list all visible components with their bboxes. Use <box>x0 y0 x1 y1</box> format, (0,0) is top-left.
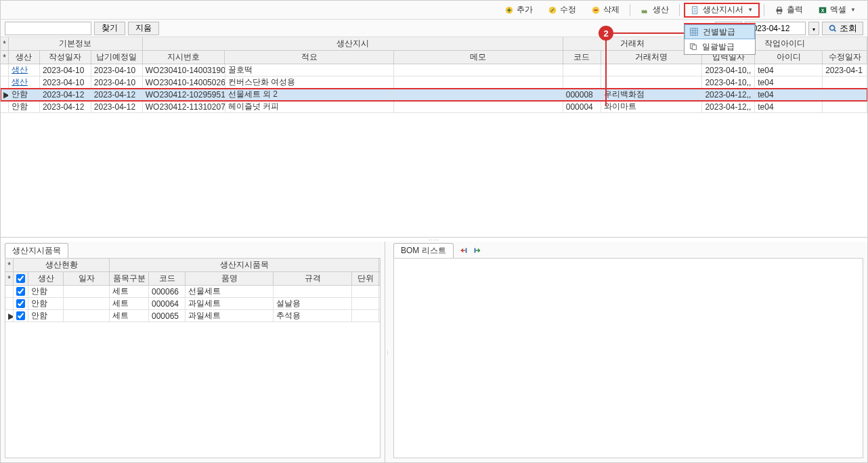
svg-rect-9 <box>691 28 698 36</box>
cell-userid: te04 <box>755 89 823 100</box>
add-button[interactable]: 추가 <box>498 3 539 18</box>
col-userid[interactable]: 아이디 <box>755 51 823 64</box>
toolbar: 추가 수정 삭제 생산 생산지시서 ▼ 출력 X 엑셀 ▼ <box>1 1 867 20</box>
col-code[interactable]: 코드 <box>563 51 601 64</box>
table-row[interactable]: 안함세트000066선물세트 <box>5 286 380 298</box>
table-row[interactable]: 생산2023-04-102023-04-10WO230410-14005026컨… <box>1 76 867 89</box>
collapse-icon[interactable] <box>459 246 469 255</box>
col-spec[interactable]: 규격 <box>274 272 352 285</box>
table-row[interactable]: ▶안함2023-04-122023-04-12WO230412-10295951… <box>1 89 867 101</box>
cell-vendor <box>601 64 703 76</box>
row-checkbox[interactable] <box>16 311 25 320</box>
row-checkbox[interactable] <box>16 299 25 308</box>
items-grid: * 생산현황 생산지시품목 * 생산 일자 품목구분 코드 품명 규격 단위 안… <box>5 258 381 458</box>
add-label: 추가 <box>517 4 533 16</box>
row-handle-header: * <box>5 259 14 271</box>
cell-check[interactable] <box>14 310 28 322</box>
svg-text:X: X <box>821 7 825 12</box>
col-memo[interactable]: 메모 <box>394 51 563 64</box>
table-row[interactable]: ▶안함세트000065과일세트추석용 <box>5 310 380 322</box>
col-prod[interactable]: 생산 <box>9 51 40 64</box>
cell-moddate: 2023-04-1 <box>823 64 867 76</box>
excel-button[interactable]: X 엑셀 ▼ <box>812 3 862 18</box>
cell-check[interactable] <box>14 286 28 297</box>
cell-name: 선물세트 <box>186 286 274 297</box>
row-handle-header: * <box>1 51 9 64</box>
cell-date2: 2023-04-10 <box>91 76 143 88</box>
right-panel: BOM 리스트 <box>389 242 867 462</box>
col-type[interactable]: 품목구분 <box>110 272 149 285</box>
edit-button[interactable]: 수정 <box>542 3 582 18</box>
printer-icon <box>775 5 784 15</box>
col-prod[interactable]: 생산 <box>28 272 64 285</box>
col-check[interactable] <box>14 272 28 285</box>
svg-point-12 <box>830 25 835 30</box>
cell-regdate: 2023-04-12,, <box>702 101 755 112</box>
group-vendor: 거래처 <box>563 37 703 50</box>
annotation-line <box>613 32 684 34</box>
table-row[interactable]: 생산2023-04-102023-04-10WO230410-14003190꿀… <box>1 64 867 76</box>
tab-order-items[interactable]: 생산지시품목 <box>5 243 68 258</box>
delete-label: 삭제 <box>603 4 620 16</box>
prod-order-label: 생산지시서 <box>703 4 743 16</box>
cell-code: 000004 <box>563 101 601 112</box>
clear-button[interactable]: 지움 <box>128 22 159 35</box>
cell-check[interactable] <box>14 298 28 309</box>
col-code[interactable]: 코드 <box>149 272 186 285</box>
svg-rect-13 <box>465 248 466 253</box>
cell-regdate: 2023-04-10,, <box>702 64 755 76</box>
produce-button[interactable]: 생산 <box>634 3 675 18</box>
cell-type: 세트 <box>110 310 149 322</box>
main-grid: * 기본정보 생산지시 거래처 작업아이디 * 생산 작성일자 납기예정일 지시… <box>1 37 867 238</box>
table-row[interactable]: 안함세트000064과일세트설날용 <box>5 298 380 310</box>
tab-bom-list[interactable]: BOM 리스트 <box>393 243 454 258</box>
col-name[interactable]: 품명 <box>186 272 274 285</box>
col-order[interactable]: 지시번호 <box>143 51 225 64</box>
cell-date1: 2023-04-10 <box>40 64 91 76</box>
svg-rect-11 <box>692 45 696 49</box>
cell-date2: 2023-04-10 <box>91 64 143 76</box>
factory-icon <box>641 5 650 15</box>
cell-order: WO230410-14003190 <box>143 64 225 76</box>
add-icon <box>504 5 514 15</box>
col-date2[interactable]: 납기예정일 <box>91 51 143 64</box>
left-panel: 생산지시품목 * 생산현황 생산지시품목 * 생산 일자 품목구분 코드 품명 … <box>1 242 385 462</box>
cell-prod: 안함 <box>9 101 40 112</box>
col-desc[interactable]: 적요 <box>225 51 394 64</box>
search-input[interactable] <box>5 22 91 35</box>
col-unit[interactable]: 단위 <box>352 272 379 285</box>
dropdown-item-single[interactable]: 건별발급 <box>685 24 755 39</box>
cell-prod[interactable]: 생산 <box>9 76 40 88</box>
query-label: 조회 <box>840 22 857 35</box>
cell-prod[interactable]: 생산 <box>9 64 40 76</box>
left-tab-row: 생산지시품목 <box>1 242 385 258</box>
expand-icon[interactable] <box>473 246 482 255</box>
date-dropdown-button[interactable]: ▾ <box>808 22 819 35</box>
prod-order-dropdown: 건별발급 일괄발급 <box>684 23 756 55</box>
cell-userid: te04 <box>755 64 823 76</box>
print-button[interactable]: 출력 <box>768 3 809 18</box>
svg-rect-14 <box>474 248 475 253</box>
cell-date <box>64 286 110 297</box>
cell-order: WO230412-10295951 <box>143 89 225 100</box>
col-moddate[interactable]: 수정일자 <box>823 51 867 64</box>
cell-unit <box>352 310 379 322</box>
row-checkbox[interactable] <box>16 287 25 296</box>
query-button[interactable]: 조회 <box>822 22 863 35</box>
find-button[interactable]: 찾기 <box>94 22 125 35</box>
table-row[interactable]: 안함2023-04-122023-04-12WO230412-11310207헤… <box>1 101 867 113</box>
cell-regdate: 2023-04-12,, <box>702 89 755 100</box>
cell-spec: 추석용 <box>274 310 352 322</box>
annotation-badge-2: 2 <box>599 26 613 41</box>
items-grid-body: 안함세트000066선물세트안함세트000064과일세트설날용▶안함세트0000… <box>5 286 380 322</box>
group-basic: 기본정보 <box>9 37 143 50</box>
cell-unit <box>352 286 379 297</box>
check-all[interactable] <box>16 274 25 283</box>
cell-spec <box>274 286 352 297</box>
col-date1[interactable]: 작성일자 <box>40 51 91 64</box>
prod-order-button[interactable]: 생산지시서 ▼ <box>684 3 760 18</box>
delete-button[interactable]: 삭제 <box>585 3 626 18</box>
dropdown-item-batch[interactable]: 일괄발급 <box>685 39 755 54</box>
cell-prod: 안함 <box>28 310 64 322</box>
col-date[interactable]: 일자 <box>64 272 110 285</box>
